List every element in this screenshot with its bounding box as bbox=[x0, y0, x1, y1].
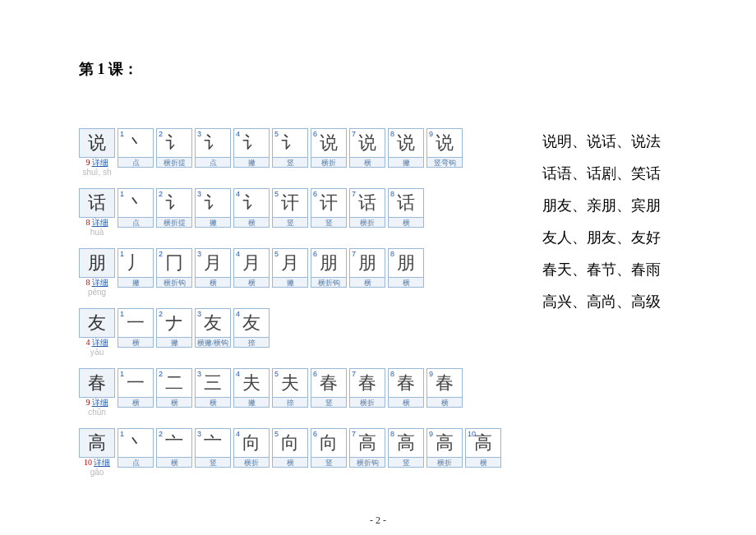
stroke-box: 丶1 bbox=[118, 128, 154, 158]
stroke-label: 横撇/横钩 bbox=[195, 338, 231, 348]
stroke-number: 5 bbox=[274, 430, 279, 438]
stroke-cell: 朋8横 bbox=[388, 248, 424, 297]
stroke-number: 5 bbox=[274, 370, 279, 378]
detail-link[interactable]: 详细 bbox=[92, 219, 108, 227]
stroke-count: 9 bbox=[86, 159, 90, 167]
stroke-cell: 说8撇 bbox=[388, 128, 424, 177]
stroke-label: 撇 bbox=[156, 338, 192, 348]
stroke-cell: 亠3竖 bbox=[195, 428, 231, 477]
stroke-label: 撇 bbox=[233, 398, 270, 408]
stroke-box: 讦5 bbox=[272, 188, 308, 218]
stroke-box: 二2 bbox=[156, 368, 192, 398]
character-row: 话8详细huà丶1点讠2横折提讠3撇讠4横讦5竖讦6竖话7横折话8横 bbox=[79, 188, 501, 237]
stroke-box: 讠3 bbox=[195, 188, 231, 218]
stroke-box: 朋7 bbox=[349, 248, 385, 278]
stroke-box: 春9 bbox=[426, 368, 463, 398]
stroke-label: 横 bbox=[388, 218, 424, 228]
stroke-number: 2 bbox=[159, 430, 163, 438]
character-meta: 4详细 bbox=[86, 339, 108, 347]
stroke-label: 撇 bbox=[233, 158, 270, 168]
stroke-label: 竖 bbox=[311, 458, 347, 468]
character-header: 说9详细shuì, sh bbox=[79, 128, 115, 177]
stroke-cell: 夫4撇 bbox=[233, 368, 270, 417]
stroke-box: 冂2 bbox=[156, 248, 192, 278]
stroke-label: 撇 bbox=[118, 278, 154, 288]
stroke-box: 丶1 bbox=[118, 188, 154, 218]
stroke-number: 3 bbox=[197, 190, 201, 198]
detail-link[interactable]: 详细 bbox=[92, 399, 108, 407]
stroke-number: 6 bbox=[313, 370, 317, 378]
stroke-label: 横 bbox=[233, 218, 270, 228]
stroke-cell: 春7横折 bbox=[349, 368, 385, 417]
stroke-number: 6 bbox=[313, 130, 317, 138]
stroke-cell: ナ2撇 bbox=[156, 308, 192, 357]
stroke-number: 4 bbox=[236, 430, 240, 438]
stroke-cell: 三3横 bbox=[195, 368, 231, 417]
stroke-count: 8 bbox=[86, 219, 90, 227]
stroke-box: 说6 bbox=[311, 128, 347, 158]
stroke-label: 横 bbox=[195, 278, 231, 288]
stroke-cell: 话7横折 bbox=[349, 188, 385, 237]
detail-link[interactable]: 详细 bbox=[92, 279, 108, 287]
stroke-label: 横折钩 bbox=[156, 278, 192, 288]
stroke-cell: 春8横 bbox=[388, 368, 424, 417]
character-header: 朋8详细péng bbox=[79, 248, 115, 297]
stroke-box: 亠2 bbox=[156, 428, 192, 458]
stroke-label: 点 bbox=[118, 158, 154, 168]
stroke-label: 捺 bbox=[272, 398, 308, 408]
stroke-label: 撇 bbox=[388, 158, 424, 168]
stroke-cell: 说6横折 bbox=[311, 128, 347, 177]
detail-link[interactable]: 详细 bbox=[92, 339, 108, 347]
stroke-box: 一1 bbox=[118, 308, 154, 338]
stroke-number: 4 bbox=[236, 130, 240, 138]
stroke-cell: 高7横折钩 bbox=[349, 428, 385, 477]
lesson-heading: 第 1 课： bbox=[79, 59, 682, 79]
stroke-number: 4 bbox=[236, 250, 240, 258]
stroke-label: 竖 bbox=[311, 218, 347, 228]
stroke-number: 9 bbox=[429, 130, 433, 138]
stroke-box: 月3 bbox=[195, 248, 231, 278]
character-row: 高10详细gāo丶1点亠2横亠3竖向4横折向5横向6竖高7横折钩高8竖高9横折高… bbox=[79, 428, 501, 477]
stroke-number: 8 bbox=[390, 250, 394, 258]
stroke-cell: 月4横 bbox=[233, 248, 270, 297]
stroke-label: 横折 bbox=[233, 458, 270, 468]
stroke-cell: 高9横折 bbox=[426, 428, 463, 477]
detail-link[interactable]: 详细 bbox=[94, 459, 110, 467]
stroke-box: 一1 bbox=[118, 368, 154, 398]
stroke-label: 横折钩 bbox=[349, 458, 385, 468]
stroke-number: 5 bbox=[274, 190, 279, 198]
stroke-label: 横折 bbox=[349, 218, 385, 228]
stroke-box: 友4 bbox=[233, 308, 270, 338]
stroke-cell: 讦6竖 bbox=[311, 188, 347, 237]
page-number: - 2 - bbox=[0, 514, 756, 527]
stroke-cell: 朋7横 bbox=[349, 248, 385, 297]
pinyin-label: huà bbox=[90, 228, 104, 237]
stroke-number: 8 bbox=[390, 430, 394, 438]
detail-link[interactable]: 详细 bbox=[92, 159, 108, 167]
stroke-label: 横 bbox=[388, 398, 424, 408]
stroke-box: 向5 bbox=[272, 428, 308, 458]
pinyin-label: shuì, sh bbox=[82, 168, 111, 177]
stroke-number: 8 bbox=[390, 130, 394, 138]
stroke-box: 春6 bbox=[311, 368, 347, 398]
stroke-box: 朋6 bbox=[311, 248, 347, 278]
stroke-cell: 亠2横 bbox=[156, 428, 192, 477]
stroke-number: 6 bbox=[313, 250, 317, 258]
character-glyph: 话 bbox=[79, 188, 115, 218]
character-meta: 9详细 bbox=[86, 399, 108, 407]
stroke-label: 竖 bbox=[388, 458, 424, 468]
pinyin-label: péng bbox=[88, 288, 106, 297]
stroke-label: 横 bbox=[118, 398, 154, 408]
stroke-cell: 丶1点 bbox=[118, 428, 154, 477]
stroke-box: 高10 bbox=[465, 428, 501, 458]
stroke-label: 点 bbox=[118, 218, 154, 228]
stroke-cell: 讠4横 bbox=[233, 188, 270, 237]
stroke-label: 横 bbox=[195, 398, 231, 408]
character-glyph: 春 bbox=[79, 368, 115, 398]
stroke-box: 高7 bbox=[349, 428, 385, 458]
stroke-cell: 朋6横折钩 bbox=[311, 248, 347, 297]
stroke-cell: 高10横 bbox=[465, 428, 501, 477]
stroke-box: 话7 bbox=[349, 188, 385, 218]
character-header: 友4详细yǒu bbox=[79, 308, 115, 357]
stroke-cell: 讠3点 bbox=[195, 128, 231, 177]
